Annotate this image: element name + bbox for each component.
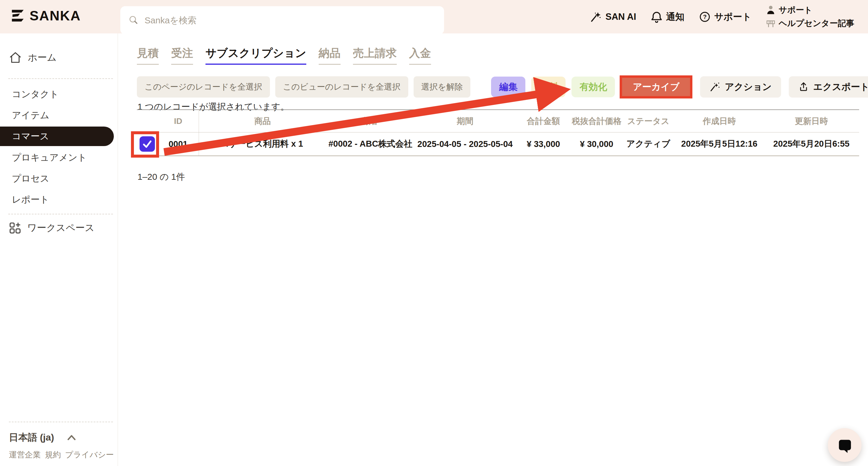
tab-sales-invoices[interactable]: 売上請求 [353, 46, 397, 65]
cell-id: 0001 [158, 132, 199, 156]
tab-subscriptions[interactable]: サブスクリプション [206, 46, 306, 65]
support-menu-label: サポート [779, 4, 812, 16]
sidebar-item-label: ホーム [28, 51, 57, 64]
sidebar-item-label: コンタクト [12, 88, 59, 100]
chat-widget-button[interactable] [828, 428, 862, 462]
cell-customer: #0002 - ABC株式会社 [326, 132, 415, 156]
support-menu-help-center[interactable]: ヘルプセンター記事 [766, 18, 855, 29]
support-menu: サポート ヘルプセンター記事 [766, 4, 855, 29]
svg-text:?: ? [703, 13, 707, 20]
cell-total-ex-tax: ¥ 30,000 [571, 132, 622, 156]
sidebar-item-label: プロセス [12, 173, 50, 185]
sidebar-item-items[interactable]: アイテム [0, 105, 118, 126]
sidebar-divider [8, 79, 113, 79]
language-selector[interactable]: 日本語 (ja) [9, 431, 118, 444]
check-icon [141, 138, 153, 150]
select-all-page-button[interactable]: このページのレコードを全選択 [137, 76, 270, 98]
chat-bubble-icon [836, 436, 853, 454]
search-box [120, 6, 444, 34]
legal-link-company[interactable]: 運営企業 [9, 449, 41, 460]
tab-deliveries[interactable]: 納品 [319, 46, 341, 65]
sidebar-item-workspace[interactable]: ワークスペース [9, 221, 95, 235]
activate-button[interactable]: 有効化 [571, 76, 615, 97]
sidebar-footer: 日本語 (ja) 運営企業 規約 プライバシー [0, 422, 118, 466]
sidebar-divider [8, 214, 113, 214]
question-circle-icon: ? [699, 11, 710, 23]
sidebar-divider [9, 422, 113, 422]
home-icon [9, 52, 22, 64]
row-checkbox-cell [137, 132, 158, 156]
pagination-summary: 1–20 の 1件 [137, 171, 185, 183]
topnav-label: サポート [714, 11, 751, 23]
cell-status: アクティブ [622, 132, 675, 156]
sidebar-item-contacts[interactable]: コンタクト [0, 84, 118, 105]
sidebar-item-home[interactable]: ホーム [9, 51, 57, 64]
main-content: 見積 受注 サブスクリプション 納品 売上請求 入金 このページのレコードを全選… [118, 33, 868, 466]
search-input[interactable] [144, 15, 436, 26]
header-period[interactable]: 期間 [415, 110, 515, 132]
sidebar-nav: コンタクト アイテム コマース プロキュアメント プロセス レポート [0, 84, 118, 210]
help-center-icon [766, 19, 775, 28]
legal-links: 運営企業 規約 プライバシー [9, 449, 118, 460]
sidebar-item-reports[interactable]: レポート [0, 189, 118, 210]
tab-bar: 見積 受注 サブスクリプション 納品 売上請求 入金 [137, 46, 431, 65]
header-status[interactable]: ステータス [622, 110, 675, 132]
cell-created-at: 2025年5月5日12:16 [675, 132, 764, 156]
archive-button[interactable]: アーカイブ [622, 78, 690, 96]
topnav-notifications[interactable]: 通知 [651, 11, 684, 23]
bell-icon [651, 11, 662, 23]
topnav-support[interactable]: ? サポート [699, 11, 751, 23]
subscriptions-table: ID 商品 顧客 期間 合計金額 税抜合計価格 ステータス 作成日時 更新日時 … [137, 110, 859, 156]
cell-updated-at: 2025年5月20日6:55 [764, 132, 859, 156]
select-all-view-button[interactable]: このビューのレコードを全選択 [275, 76, 408, 98]
cell-product: Aサービス利用料 x 1 [199, 132, 326, 156]
export-icon [798, 82, 809, 92]
tab-orders[interactable]: 受注 [171, 46, 193, 65]
support-menu-label: ヘルプセンター記事 [779, 18, 855, 29]
sidebar-item-label: レポート [12, 193, 49, 206]
topnav-label: 通知 [666, 11, 684, 23]
brand-logo[interactable]: SANKA [10, 8, 81, 24]
topnav-label: SAN AI [606, 11, 636, 22]
export-label: エクスポート [813, 81, 868, 93]
language-label: 日本語 (ja) [9, 431, 54, 444]
header-checkbox-column [137, 110, 158, 132]
header-id[interactable]: ID [158, 110, 199, 132]
toolbar: このページのレコードを全選択 このビューのレコードを全選択 選択を解除 編集 複… [137, 75, 859, 98]
legal-link-privacy[interactable]: プライバシー [65, 449, 114, 460]
sidebar-item-label: アイテム [12, 109, 50, 122]
table-row[interactable]: 0001 Aサービス利用料 x 1 #0002 - ABC株式会社 2025-0… [137, 132, 859, 156]
legal-link-terms[interactable]: 規約 [45, 449, 61, 460]
sidebar-item-procurement[interactable]: プロキュアメント [0, 147, 118, 168]
topnav-san-ai[interactable]: SAN AI [590, 11, 636, 23]
support-menu-support[interactable]: サポート [766, 4, 855, 16]
cell-total: ¥ 33,000 [515, 132, 571, 156]
workspace-grid-icon [9, 222, 21, 234]
header-updated-at[interactable]: 更新日時 [764, 110, 859, 132]
tab-quotes[interactable]: 見積 [137, 46, 159, 65]
export-button[interactable]: エクスポート [789, 76, 868, 98]
sidebar-item-label: コマース [12, 130, 49, 143]
tab-deposits[interactable]: 入金 [409, 46, 431, 65]
actions-button[interactable]: アクション [700, 76, 781, 98]
row-checkbox[interactable] [140, 136, 155, 152]
annotation-box-archive: アーカイブ [620, 75, 692, 98]
header-total[interactable]: 合計金額 [515, 110, 571, 132]
sanka-logo-icon [10, 8, 25, 23]
brand-name: SANKA [30, 8, 81, 24]
deselect-button[interactable]: 選択を解除 [413, 76, 471, 98]
header-total-ex-tax[interactable]: 税抜合計価格 [571, 110, 622, 132]
actions-label: アクション [724, 81, 772, 93]
wand-sparkle-icon [590, 11, 601, 23]
duplicate-button[interactable]: 複製 [531, 76, 565, 97]
sidebar-item-commerce[interactable]: コマース [0, 127, 114, 146]
edit-button[interactable]: 編集 [491, 76, 525, 97]
topnav: SAN AI 通知 ? サポート サポート [590, 0, 855, 33]
cell-period: 2025-04-05 - 2025-05-04 [415, 132, 515, 156]
sidebar: ホーム コンタクト アイテム コマース プロキュアメント プロセス レポート [0, 33, 118, 466]
header-customer[interactable]: 顧客 [326, 110, 415, 132]
header-created-at[interactable]: 作成日時 [675, 110, 764, 132]
header-product[interactable]: 商品 [199, 110, 326, 132]
search-icon [129, 15, 138, 25]
sidebar-item-process[interactable]: プロセス [0, 168, 118, 189]
